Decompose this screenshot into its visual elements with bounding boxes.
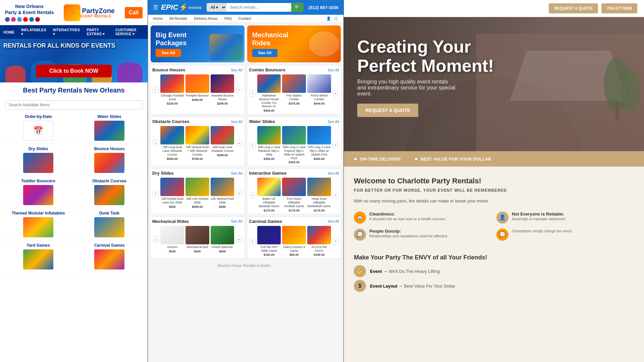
youtube-icon[interactable] xyxy=(23,17,28,22)
product-ferris-wheel-combo[interactable]: Ferris Wheel Combo $444.00 xyxy=(307,74,331,112)
cart-icon[interactable]: 🛒 xyxy=(334,16,338,21)
grid-item-toddler-bouncers[interactable]: Toddler Bouncers xyxy=(3,176,74,208)
nav-delivery-areas[interactable]: Delivery Areas xyxy=(194,16,218,21)
grid-item-bounce-houses[interactable]: Bounce Houses xyxy=(74,144,145,176)
nav-inflatables[interactable]: INFLATABLES ▾ xyxy=(18,25,50,39)
product-unicorn[interactable]: Unicorn $549 xyxy=(160,226,184,253)
grid-label-8: Dunk Tank xyxy=(76,211,142,216)
pinterest-icon[interactable] xyxy=(35,17,40,22)
product-ig2[interactable]: First Down Inflatable Football Game $175… xyxy=(282,178,306,212)
product-obs2[interactable]: 70ft Vertical Push + 40ft Obstacle Cours… xyxy=(185,126,209,160)
nav-contact[interactable]: Contact xyxy=(238,16,251,21)
linkedin-icon[interactable] xyxy=(29,17,34,22)
water-slides-see-all[interactable]: See All xyxy=(328,120,339,124)
product-giant-connect4[interactable]: Giant Connect 4 Game $90.00 xyxy=(282,226,306,257)
ws-prev[interactable]: ‹ xyxy=(249,142,256,148)
mechanical-rides-section: Mechanical Rides See All ‹ Unicorn $549 xyxy=(150,217,245,259)
product-dry2[interactable]: 36ft USA Rocket Slide $699.00 xyxy=(185,178,209,208)
person-icon[interactable]: 👤 xyxy=(326,16,331,21)
bounce-houses-next[interactable]: › xyxy=(236,86,243,93)
product-ig1[interactable]: Batter UP Inflatable Baseball Game $175.… xyxy=(257,178,281,212)
grid-item-dry-slides[interactable]: Dry Slides xyxy=(3,144,74,176)
instagram-icon[interactable] xyxy=(11,17,16,22)
nav-home[interactable]: Home xyxy=(153,16,163,21)
product-ig3[interactable]: Hoop Zone Inflatable Basketball Game $17… xyxy=(307,178,331,212)
product-fire-station-combo[interactable]: Fire Station Combo $375.00 xyxy=(282,74,306,112)
dry-prev[interactable]: ‹ xyxy=(152,190,159,196)
mechanical-content: MechanicalRides See All xyxy=(252,31,288,57)
mechanical-see-all-button[interactable]: See All xyxy=(252,49,278,57)
grid-item-carnival-games[interactable]: Carnival Games xyxy=(74,240,145,273)
mr-next[interactable]: › xyxy=(236,236,243,243)
mechanical-rides-see-all[interactable]: See All xyxy=(231,219,242,223)
nav-interactives[interactable]: INTERACTIVES ▾ xyxy=(50,25,84,39)
obstacle-courses-see-all[interactable]: See All xyxy=(231,120,242,124)
combo-next[interactable]: › xyxy=(332,90,339,97)
hamburger-menu[interactable]: ☰ xyxy=(153,4,158,11)
product-pumpkin-bounce[interactable]: Pumpkin Bounce $299.00 xyxy=(185,74,209,105)
interactive-games-see-all[interactable]: See All xyxy=(328,171,339,175)
ig-next[interactable]: › xyxy=(332,192,339,198)
bounce-houses-see-all[interactable]: See All xyxy=(231,68,242,72)
mr-prev[interactable]: ‹ xyxy=(152,236,159,243)
promo-item-best-value: $ Event Layout → Best Value For Your Dol… xyxy=(354,280,634,292)
mechanical-banner[interactable]: MechanicalRides See All xyxy=(247,25,341,62)
cg-next[interactable]: › xyxy=(332,238,339,245)
twitter-icon[interactable] xyxy=(17,17,22,22)
ig-prev[interactable]: ‹ xyxy=(249,192,256,198)
ws-next[interactable]: › xyxy=(332,142,339,148)
product-ws2[interactable]: 34ft Long 2 Lane Tropical Slip-n-Slide w… xyxy=(282,126,306,164)
product-halloween-combo[interactable]: Halloween Bounce House Combo 7x1 Banner … xyxy=(257,74,281,112)
product-obs1[interactable]: 70ft Long Dual Lane Obstacle Course $599… xyxy=(160,126,184,160)
grid-item-themed[interactable]: Themed Modular Inflatables xyxy=(3,208,74,240)
product-haunted-bounce[interactable]: Haunted Bounce House $299.00 xyxy=(211,74,234,105)
hero-quote-button[interactable]: REQUEST A QUOTE xyxy=(357,104,418,117)
product-tap-app[interactable]: TAP the APP Table Game $160.00 xyxy=(257,226,281,257)
combo-bouncers-see-all[interactable]: See All xyxy=(328,68,339,72)
nav-all-rentals[interactable]: All Rentals xyxy=(169,16,187,21)
obstacle-next[interactable]: › xyxy=(236,140,243,146)
request-quote-button[interactable]: REQUEST A QUOTE xyxy=(549,3,598,13)
gossip-title: People Gossip: xyxy=(369,229,448,234)
grid-item-order-by-date[interactable]: Order-by-Date 📅 xyxy=(3,112,74,144)
nav-customer-service[interactable]: CUSTOMER SERVICE ▾ xyxy=(112,25,148,39)
grid-item-yard-games[interactable]: Yard Games xyxy=(3,240,74,273)
search-category-select[interactable]: All ▾ xyxy=(207,3,226,12)
search-input-center[interactable] xyxy=(226,3,291,12)
search-submit-button[interactable]: 🔍 xyxy=(291,3,304,12)
big-event-see-all-button[interactable]: See All xyxy=(156,49,181,57)
nav-home[interactable]: HOME xyxy=(0,27,18,37)
big-event-banner[interactable]: Big EventPackages See All xyxy=(151,25,245,62)
search-input-left[interactable] xyxy=(5,100,143,110)
product-dry1[interactable]: 22ft Rocket Dual Lane Dry Slide $500 xyxy=(160,178,184,208)
product-img-mr1 xyxy=(160,226,184,244)
product-ws3[interactable]: 37ft Long 2 Lane Slip-n-Slide w/ Splash … xyxy=(307,126,331,164)
click-book-button[interactable]: Click to Book NOW xyxy=(36,65,112,77)
facebook-icon[interactable] xyxy=(5,17,10,22)
epic-header-icons: 👤 🛒 xyxy=(326,16,338,21)
nav-party-extras[interactable]: PARTY EXTRAS ▾ xyxy=(83,25,112,39)
product-obs3[interactable]: 40ft Dual Lane Obstacle Course $399.00 xyxy=(211,126,234,160)
call-button[interactable]: Call xyxy=(125,7,143,18)
obstacle-prev[interactable]: ‹ xyxy=(152,140,159,146)
grid-item-dunk-tank[interactable]: Dunk Tank xyxy=(74,208,145,240)
dry-next[interactable]: › xyxy=(236,190,243,196)
product-ws1[interactable]: 34ft Long 2 Lane Rainbow Slip-n-Slide $3… xyxy=(257,126,281,164)
bounce-houses-title: Bounce Houses xyxy=(152,67,185,72)
grid-item-water-slides[interactable]: Water Slides xyxy=(74,112,145,144)
bounce-houses-prev[interactable]: ‹ xyxy=(152,86,159,93)
carnival-games-see-all[interactable]: See All xyxy=(328,219,339,223)
combo-prev[interactable]: ‹ xyxy=(249,90,256,97)
product-mechanical-bull[interactable]: Mechanical Bull $649 xyxy=(185,226,209,253)
cg-prev[interactable]: ‹ xyxy=(249,238,256,245)
product-chicago-football[interactable]: Chicago Football Jump $220.00 xyxy=(160,74,184,105)
product-pluck-duck[interactable]: PLUCK the DUCK $199.00 xyxy=(307,226,331,257)
party-zone-logo: 🎉 PartyZone EVENT RENTALS xyxy=(64,4,115,21)
grid-item-obstacle-courses[interactable]: Obstacle Courses xyxy=(74,176,145,208)
nav-faq[interactable]: FAQ xyxy=(224,16,232,21)
phone-button[interactable]: 704-377-5893 xyxy=(601,3,637,13)
product-dry3[interactable]: 22ft Vertical Push Slide $599 xyxy=(211,178,234,208)
dry-slides-see-all[interactable]: See All xyxy=(231,171,242,175)
product-grand-slammer[interactable]: Grand Slammer $649 xyxy=(211,226,234,253)
product-name-ig1: Batter UP Inflatable Baseball Game xyxy=(257,197,281,208)
